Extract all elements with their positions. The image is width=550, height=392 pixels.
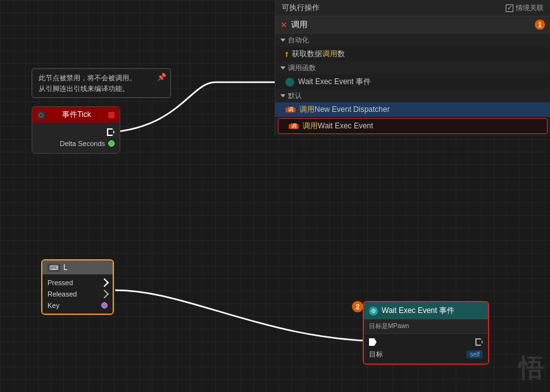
call-badge-icon: 调	[285, 107, 296, 113]
close-icon[interactable]: ✕	[280, 20, 287, 30]
keyboard-header: ⌨ L	[42, 260, 113, 274]
key-label: Key	[47, 302, 59, 309]
menu-item-call-wait-exec[interactable]: 调 调用Wait Exec Event	[278, 119, 547, 133]
badge-2: 2	[352, 301, 363, 312]
keyboard-body: Pressed Released Key	[42, 274, 113, 314]
node-event-tick[interactable]: ⬡ 事件Tick Delta Seconds	[32, 106, 120, 154]
wait-header: ⚙ Wait Exec Event 事件	[364, 302, 488, 319]
keyboard-icon: ⌨	[47, 264, 60, 272]
node-keyboard-l[interactable]: ⌨ L Pressed Released Key	[41, 259, 114, 315]
pressed-label: Pressed	[47, 279, 73, 286]
pin-key: Key	[42, 300, 113, 311]
collapse-icon	[280, 39, 285, 42]
menu-item-automation[interactable]: f 获取数据调用数	[275, 47, 550, 61]
wait-in-pin-icon	[369, 338, 377, 346]
wait-exec-in	[364, 336, 488, 348]
node-tick-body: Delta Seconds	[32, 123, 120, 153]
search-bar[interactable]: ✕ 调用 1	[275, 16, 550, 34]
pressed-pin-icon	[100, 278, 109, 287]
break-icon	[108, 112, 115, 118]
section-default[interactable]: 默认	[275, 89, 550, 102]
tick-exec-pin	[37, 126, 115, 138]
wait-title: Wait Exec Event 事件	[382, 305, 454, 316]
pin-released: Released	[42, 288, 113, 300]
wait-subtitle: 目标是MPawn	[364, 319, 488, 334]
keyboard-title: L	[63, 263, 68, 272]
node-tick-header: ⬡ 事件Tick	[32, 107, 120, 123]
collapse-icon-3	[280, 94, 285, 97]
comment-line2: 从引脚连出引线来编译功能。	[39, 83, 164, 94]
tick-icon: ⬡	[37, 111, 45, 119]
wait-subtitle-text: 目标是MPawn	[369, 322, 409, 329]
search-value: 调用	[291, 19, 531, 30]
badge-1: 1	[535, 20, 545, 30]
wait-target-pin: 目标 self	[364, 348, 488, 361]
released-pin-icon	[100, 290, 109, 298]
wait-icon: ⚙	[369, 307, 378, 315]
wait-pins: 目标 self	[364, 334, 488, 364]
green-pin-icon	[108, 140, 115, 147]
comment-box: 📌 此节点被禁用，将不会被调用。 从引脚连出引线来编译功能。	[32, 68, 171, 98]
node-wait-exec-event[interactable]: ⚙ Wait Exec Event 事件 目标是MPawn 目标 self	[363, 301, 489, 365]
function-icon: f	[285, 51, 288, 58]
comment-line1: 此节点被禁用，将不会被调用。	[39, 73, 164, 83]
panel-header: 可执行操作 ✓ 情境关联	[275, 0, 550, 16]
released-label: Released	[47, 290, 77, 298]
watermark: 悟	[518, 351, 544, 386]
menu-item-new-event-dispatcher[interactable]: 调 调用New Event Dispatcher	[275, 102, 550, 117]
delta-label: Delta Seconds	[59, 140, 105, 147]
call-badge-icon-2: 调	[289, 124, 299, 129]
collapse-icon-2	[280, 66, 285, 70]
event-icon	[285, 78, 294, 87]
key-pin-icon	[101, 302, 108, 309]
self-badge: self	[466, 350, 483, 358]
tick-delta-pin: Delta Seconds	[37, 138, 115, 149]
target-label: 目标	[369, 350, 383, 359]
action-panel: 可执行操作 ✓ 情境关联 ✕ 调用 1 自动化 f 获取数据调用数 调用函数 W…	[275, 0, 550, 136]
node-tick-title: 事件Tick	[62, 109, 91, 120]
exec-pin-icon	[107, 128, 115, 136]
menu-item-wait-exec[interactable]: Wait Exec Event 事件	[275, 75, 550, 89]
checkbox-icon: ✓	[506, 4, 513, 12]
section-call-functions[interactable]: 调用函数	[275, 61, 550, 75]
pin-pressed: Pressed	[42, 277, 113, 288]
pin-icon: 📌	[157, 71, 166, 83]
wait-out-pin-icon	[475, 338, 483, 346]
panel-title: 可执行操作	[282, 3, 320, 13]
section-automation[interactable]: 自动化	[275, 34, 550, 47]
context-link[interactable]: ✓ 情境关联	[506, 3, 544, 13]
